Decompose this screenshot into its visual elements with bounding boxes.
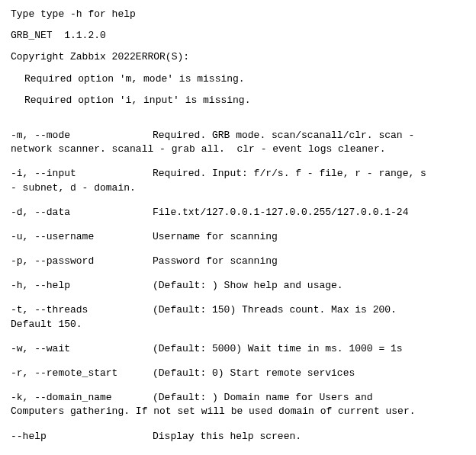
option-password: -p, --passwordPassword for scanning (11, 255, 465, 268)
option-username-desc: Username for scanning (153, 231, 278, 242)
option-wait: -w, --wait(Default: 5000) Wait time in m… (11, 342, 465, 356)
option-username-flag: -u, --username (11, 230, 153, 244)
option-wait-flag: -w, --wait (11, 342, 153, 356)
option-mode-desc1: Required. GRB mode. scan/scanall/clr. sc… (153, 130, 414, 141)
option-input-desc1: Required. Input: f/r/s. f - file, r - ra… (153, 168, 426, 179)
option-threads-flag: -t, --threads (11, 303, 153, 317)
option-threads: -t, --threads(Default: 150) Threads coun… (11, 303, 465, 331)
copyright-line: Copyright Zabbix 2022ERROR(S): (11, 50, 465, 64)
option-input-flag: -i, --input (11, 167, 153, 181)
option-data-desc: File.txt/127.0.0.1-127.0.0.255/127.0.0.1… (153, 207, 408, 218)
option-domain-name-desc1: (Default: ) Domain name for Users and (153, 392, 373, 403)
option-threads-desc2: Default 150. (11, 318, 465, 332)
error-missing-mode: Required option 'm, mode' is missing. (24, 72, 465, 86)
option-help-long-flag: --help (11, 430, 153, 444)
option-password-desc: Password for scanning (153, 255, 278, 267)
option-mode-desc2: network scanner. scanall - grab all. clr… (11, 143, 465, 156)
option-wait-desc: (Default: 5000) Wait time in ms. 1000 = … (153, 343, 403, 354)
option-mode: -m, --modeRequired. GRB mode. scan/scana… (11, 129, 465, 156)
option-threads-desc1: (Default: 150) Threads count. Max is 200… (153, 304, 397, 316)
option-username: -u, --usernameUsername for scanning (11, 230, 465, 244)
option-remote-start-flag: -r, --remote_start (11, 367, 153, 380)
program-name: GRB_NET 1.1.2.0 (11, 29, 465, 43)
option-data: -d, --dataFile.txt/127.0.0.1-127.0.0.255… (11, 206, 465, 219)
option-input: -i, --inputRequired. Input: f/r/s. f - f… (11, 167, 465, 194)
option-help-desc: (Default: ) Show help and usage. (153, 280, 343, 291)
option-input-desc2: - subnet, d - domain. (11, 181, 465, 195)
option-help-long: --helpDisplay this help screen. (11, 430, 465, 444)
option-data-flag: -d, --data (11, 206, 153, 219)
option-help: -h, --help(Default: ) Show help and usag… (11, 279, 465, 293)
option-domain-name-desc2: Computers gathering. If not set will be … (11, 405, 465, 418)
help-hint: Type type -h for help (11, 8, 465, 21)
option-remote-start: -r, --remote_start(Default: 0) Start rem… (11, 367, 465, 380)
option-remote-start-desc: (Default: 0) Start remote services (153, 367, 355, 379)
terminal-output: Type type -h for help GRB_NET 1.1.2.0 Co… (11, 8, 465, 455)
error-missing-input: Required option 'i, input' is missing. (24, 94, 465, 107)
option-mode-flag: -m, --mode (11, 129, 153, 143)
option-help-flag: -h, --help (11, 279, 153, 293)
option-password-flag: -p, --password (11, 255, 153, 268)
option-domain-name: -k, --domain_name(Default: ) Domain name… (11, 391, 465, 418)
option-domain-name-flag: -k, --domain_name (11, 391, 153, 405)
option-help-long-desc: Display this help screen. (153, 431, 301, 442)
